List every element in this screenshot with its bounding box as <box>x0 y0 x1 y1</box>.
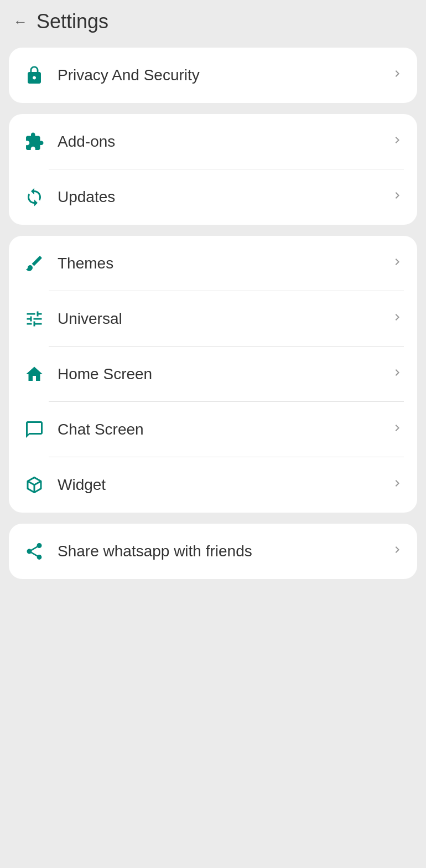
share-whatsapp-label: Share whatsapp with friends <box>58 542 386 560</box>
updates-item[interactable]: Updates <box>9 169 417 225</box>
group-security: Privacy And Security <box>9 48 417 103</box>
back-button[interactable]: ← <box>9 10 32 33</box>
cube-icon <box>22 473 46 497</box>
chevron-right-icon <box>391 67 404 84</box>
refresh-icon <box>22 185 46 209</box>
paint-icon <box>22 251 46 276</box>
chevron-right-icon <box>391 255 404 272</box>
share-whatsapp-item[interactable]: Share whatsapp with friends <box>9 524 417 579</box>
page-title: Settings <box>37 10 108 33</box>
back-arrow-icon: ← <box>13 14 28 29</box>
sliders-icon <box>22 307 46 331</box>
universal-label: Universal <box>58 310 386 328</box>
chevron-right-icon <box>391 366 404 383</box>
widget-label: Widget <box>58 476 386 494</box>
privacy-security-label: Privacy And Security <box>58 66 386 84</box>
lock-icon <box>22 63 46 87</box>
chevron-right-icon <box>391 189 404 205</box>
widget-item[interactable]: Widget <box>9 457 417 513</box>
universal-item[interactable]: Universal <box>9 291 417 347</box>
chevron-right-icon <box>391 543 404 560</box>
group-addons: Add-ons Updates <box>9 114 417 225</box>
group-share: Share whatsapp with friends <box>9 524 417 579</box>
add-ons-label: Add-ons <box>58 133 386 151</box>
group-themes: Themes Universal <box>9 236 417 513</box>
themes-label: Themes <box>58 255 386 272</box>
home-screen-item[interactable]: Home Screen <box>9 347 417 402</box>
chevron-right-icon <box>391 477 404 493</box>
home-screen-label: Home Screen <box>58 365 386 383</box>
add-ons-item[interactable]: Add-ons <box>9 114 417 169</box>
chevron-right-icon <box>391 133 404 150</box>
chevron-right-icon <box>391 421 404 438</box>
chevron-right-icon <box>391 311 404 327</box>
updates-label: Updates <box>58 188 386 206</box>
themes-item[interactable]: Themes <box>9 236 417 291</box>
puzzle-icon <box>22 130 46 154</box>
chat-screen-label: Chat Screen <box>58 421 386 438</box>
chat-screen-item[interactable]: Chat Screen <box>9 402 417 457</box>
privacy-security-item[interactable]: Privacy And Security <box>9 48 417 103</box>
chat-icon <box>22 417 46 442</box>
app-header: ← Settings <box>0 0 426 43</box>
home-icon <box>22 362 46 386</box>
share-icon <box>22 539 46 564</box>
settings-content: Privacy And Security Add-ons <box>0 43 426 583</box>
